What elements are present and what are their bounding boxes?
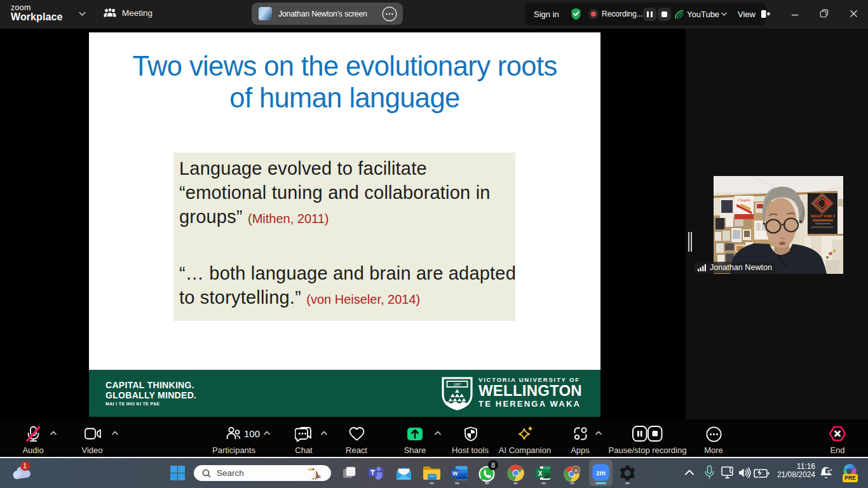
svg-text:z: z bbox=[827, 468, 830, 474]
svg-text:z: z bbox=[831, 468, 832, 471]
svg-text:zm: zm bbox=[596, 469, 606, 477]
svg-text:NIGHT HUB 2: NIGHT HUB 2 bbox=[811, 214, 836, 218]
svg-text:W: W bbox=[452, 470, 458, 477]
svg-text:Chopin: Chopin bbox=[738, 198, 751, 203]
svg-text:1897: 1897 bbox=[454, 383, 461, 386]
svg-text:X: X bbox=[538, 470, 543, 477]
